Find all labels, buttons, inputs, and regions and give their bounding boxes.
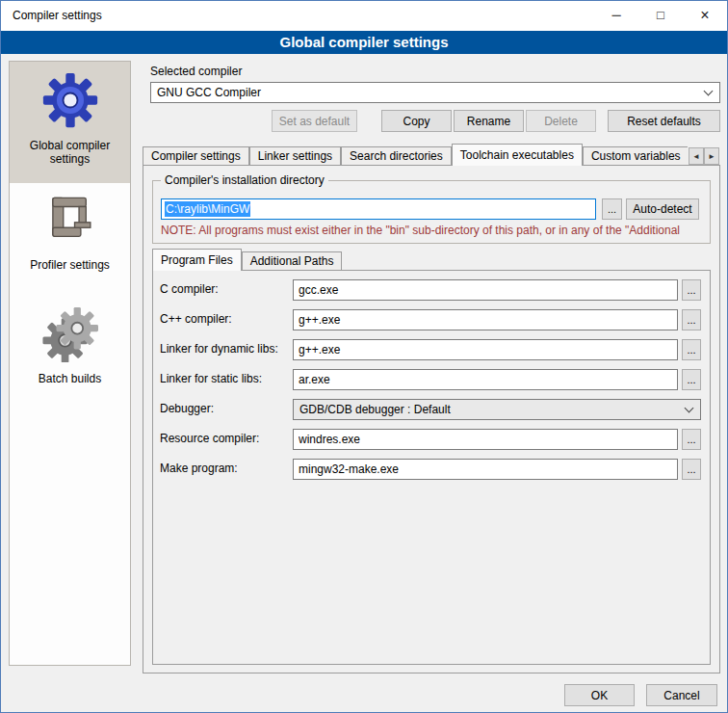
maximize-button[interactable]: □ xyxy=(638,1,683,31)
debugger-select-value: GDB/CDB debugger : Default xyxy=(299,403,451,416)
copy-button[interactable]: Copy xyxy=(381,110,452,132)
sidebar: Global compiler settings Profiler settin… xyxy=(9,61,131,666)
c-compiler-input[interactable] xyxy=(293,279,678,301)
compiler-select[interactable]: GNU GCC Compiler xyxy=(150,82,720,103)
make-program-input[interactable] xyxy=(293,459,678,480)
cancel-button[interactable]: Cancel xyxy=(646,684,717,706)
set-as-default-button[interactable]: Set as default xyxy=(272,110,357,132)
field-row-make-program: Make program: ... xyxy=(152,459,711,480)
browse-button[interactable]: ... xyxy=(682,369,701,390)
field-row-cpp-compiler: C++ compiler: ... xyxy=(152,309,711,330)
installation-path-input[interactable]: C:\raylib\MinGW xyxy=(161,198,596,220)
path-selected-text: C:\raylib\MinGW xyxy=(165,201,250,217)
tab-scroll-right-icon[interactable]: ► xyxy=(704,147,719,165)
field-label: Linker for static libs: xyxy=(160,372,262,385)
tab-toolchain-executables[interactable]: Toolchain executables xyxy=(452,144,583,166)
field-row-c-compiler: C compiler: ... xyxy=(152,279,711,301)
clamp-tool-icon xyxy=(42,193,98,252)
field-row-resource-compiler: Resource compiler: ... xyxy=(152,429,711,450)
tab-strip: Compiler settings Linker settings Search… xyxy=(143,144,688,166)
sidebar-item-label: Batch builds xyxy=(39,372,101,385)
note-text: NOTE: All programs must exist either in … xyxy=(161,224,706,237)
title-bar[interactable]: Compiler settings ─ □ × xyxy=(1,1,727,31)
field-label: Make program: xyxy=(160,462,238,475)
linker-dynamic-input[interactable] xyxy=(293,339,678,360)
selected-compiler-label: Selected compiler xyxy=(150,65,242,78)
browse-button[interactable]: ... xyxy=(682,339,701,360)
chevron-down-icon xyxy=(704,87,714,96)
minimize-button[interactable]: ─ xyxy=(594,1,638,31)
autodetect-button[interactable]: Auto-detect xyxy=(626,198,699,220)
cpp-compiler-input[interactable] xyxy=(293,309,678,330)
field-label: Debugger: xyxy=(160,402,214,415)
installation-group-title: Compiler's installation directory xyxy=(161,173,328,187)
tab-compiler-settings[interactable]: Compiler settings xyxy=(143,146,249,165)
gears-stack-icon xyxy=(42,306,98,366)
sidebar-item-label: Global compiler settings xyxy=(13,139,126,166)
field-label: Linker for dynamic libs: xyxy=(160,342,278,356)
ok-button[interactable]: OK xyxy=(564,684,635,706)
sidebar-item-profiler-settings[interactable]: Profiler settings xyxy=(10,183,130,297)
tab-scroll-left-icon[interactable]: ◄ xyxy=(689,147,704,165)
browse-button[interactable]: ... xyxy=(682,279,701,301)
field-row-linker-static: Linker for static libs: ... xyxy=(152,369,711,390)
compiler-select-value: GNU GCC Compiler xyxy=(157,86,261,99)
resource-compiler-input[interactable] xyxy=(293,429,678,450)
header-banner: Global compiler settings xyxy=(1,31,727,54)
gear-blue-icon xyxy=(41,71,99,133)
sidebar-item-global-compiler-settings[interactable]: Global compiler settings xyxy=(10,62,130,183)
window-title: Compiler settings xyxy=(13,1,102,31)
rename-button[interactable]: Rename xyxy=(454,110,524,132)
debugger-select[interactable]: GDB/CDB debugger : Default xyxy=(293,399,701,420)
sidebar-item-batch-builds[interactable]: Batch builds xyxy=(10,297,130,410)
subtab-additional-paths[interactable]: Additional Paths xyxy=(242,251,343,270)
tab-custom-variables[interactable]: Custom variables xyxy=(583,146,688,165)
chevron-down-icon xyxy=(685,404,694,413)
field-label: C++ compiler: xyxy=(160,312,232,326)
field-row-debugger: Debugger: GDB/CDB debugger : Default xyxy=(152,399,711,420)
browse-button[interactable]: ... xyxy=(682,459,701,480)
subtab-strip: Program Files Additional Paths xyxy=(152,249,537,271)
tab-linker-settings[interactable]: Linker settings xyxy=(249,146,341,165)
field-label: Resource compiler: xyxy=(160,432,259,445)
page-title: Global compiler settings xyxy=(279,34,448,50)
path-browse-button[interactable]: ... xyxy=(602,198,622,220)
compiler-settings-dialog: Compiler settings ─ □ × Global compiler … xyxy=(0,0,728,713)
field-label: C compiler: xyxy=(160,282,219,296)
subtab-program-files[interactable]: Program Files xyxy=(152,249,242,271)
close-button[interactable]: × xyxy=(683,1,727,31)
browse-button[interactable]: ... xyxy=(682,429,701,450)
installation-groupbox: Compiler's installation directory C:\ray… xyxy=(152,180,711,244)
reset-defaults-button[interactable]: Reset defaults xyxy=(608,110,720,132)
sidebar-item-label: Profiler settings xyxy=(30,258,110,272)
browse-button[interactable]: ... xyxy=(682,309,701,330)
field-row-linker-dynamic: Linker for dynamic libs: ... xyxy=(152,339,711,360)
tab-search-directories[interactable]: Search directories xyxy=(341,146,452,165)
delete-button[interactable]: Delete xyxy=(526,110,596,132)
linker-static-input[interactable] xyxy=(293,369,678,390)
